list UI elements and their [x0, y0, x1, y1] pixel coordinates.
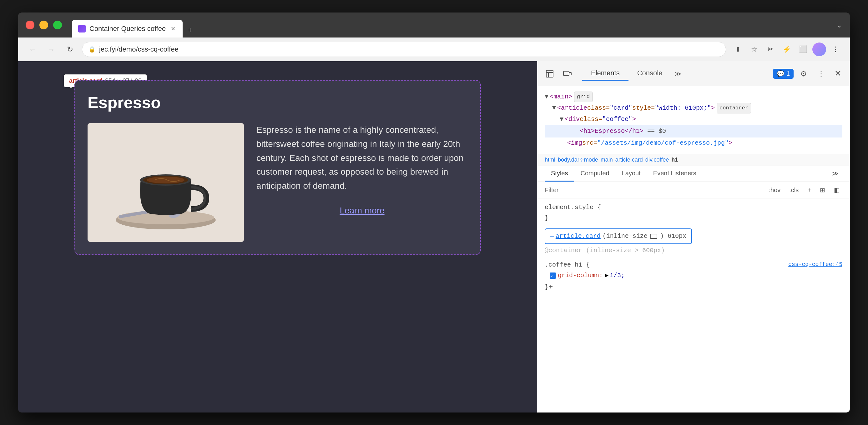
cast-button[interactable]: ⬜	[796, 42, 810, 56]
styles-tab-event-listeners[interactable]: Event Listeners	[647, 166, 703, 182]
avatar[interactable]	[812, 42, 826, 56]
tab-elements[interactable]: Elements	[582, 67, 628, 80]
active-tab[interactable]: Container Queries coffee ✕	[72, 20, 183, 37]
tag-img-open: <img	[567, 137, 582, 149]
cls-filter-button[interactable]: .cls	[787, 185, 801, 195]
styles-more-tabs[interactable]: ≫	[828, 166, 842, 182]
address-bar[interactable]: 🔒 jec.fyi/demo/css-cq-coffee	[82, 42, 726, 57]
devtools-settings-button[interactable]: ⚙	[796, 66, 811, 81]
device-toggle-button[interactable]	[560, 66, 575, 81]
container-query-rule[interactable]: → article.card (inline-size ) 610px	[545, 228, 692, 244]
attr-img-src-link[interactable]: "/assets/img/demo/cof-espresso.jpg"	[597, 137, 728, 149]
tag-main: <main>	[550, 91, 572, 102]
hov-filter-button[interactable]: :hov	[766, 185, 783, 195]
property-checkbox[interactable]	[550, 272, 556, 279]
add-property-button[interactable]: +	[549, 281, 553, 294]
tabs-area: Container Queries coffee ✕ +	[72, 12, 831, 37]
coffee-h1-rule: .coffee h1 { css-cq-coffee:45 grid-colum…	[545, 260, 842, 294]
dom-line-div[interactable]: ▼ <div class= "coffee" >	[545, 114, 842, 125]
cq-article-selector[interactable]: article.card	[556, 231, 601, 241]
cq-arrow-icon: →	[550, 232, 554, 241]
coffee-h1-property-line: grid-column: ▶ 1/3;	[545, 270, 842, 281]
breadcrumb-h1[interactable]: h1	[671, 157, 678, 163]
browser-window: Container Queries coffee ✕ + ⌄ ← → ↻ 🔒 j…	[18, 12, 850, 413]
close-traffic-light[interactable]	[26, 21, 34, 29]
address-text: jec.fyi/demo/css-cq-coffee	[99, 45, 719, 54]
reload-button[interactable]: ↻	[63, 42, 77, 56]
filter-input[interactable]	[545, 187, 762, 194]
inspect-styles-button[interactable]: ◧	[831, 185, 842, 195]
svg-rect-7	[546, 70, 553, 77]
card-title: Espresso	[88, 93, 468, 112]
badge-container: container	[717, 103, 751, 114]
tab-favicon	[78, 25, 86, 33]
minimize-traffic-light[interactable]	[39, 21, 48, 29]
forward-button[interactable]: →	[44, 42, 58, 56]
devtools-right-actions: 💬 1 ⚙ ⋮ ✕	[773, 66, 845, 81]
maximize-traffic-light[interactable]	[53, 21, 62, 29]
tag-article-open: <article	[557, 102, 587, 114]
dom-dollar-sign: == $0	[647, 128, 666, 135]
element-style-rule: element.style { }	[545, 202, 842, 223]
new-rule-button[interactable]: ⊞	[817, 185, 828, 195]
article-card: Espresso	[74, 80, 481, 255]
attr-class-name: class=	[587, 102, 610, 114]
new-tab-button[interactable]: +	[183, 23, 197, 37]
dom-line-article[interactable]: ▼ <article class= "card" style= "width: …	[545, 102, 842, 114]
traffic-lights	[26, 21, 62, 29]
styles-tab-computed[interactable]: Computed	[574, 166, 615, 182]
coffee-h1-selector: .coffee h1 {	[545, 261, 590, 268]
attr-class-val: "card"	[610, 102, 632, 114]
attr-style-name: style=	[632, 102, 655, 114]
svg-point-6	[147, 176, 184, 184]
share-button[interactable]: ⬆	[731, 42, 745, 56]
styles-tab-layout[interactable]: Layout	[616, 166, 647, 182]
bookmark-button[interactable]: ☆	[747, 42, 761, 56]
breadcrumb-div[interactable]: div.coffee	[645, 157, 669, 163]
extensions-button[interactable]: ⚡	[780, 42, 794, 56]
navigation-bar: ← → ↻ 🔒 jec.fyi/demo/css-cq-coffee ⬆ ☆ ✂…	[18, 37, 850, 61]
cq-value-text: ) 610px	[660, 231, 686, 241]
dom-line-img[interactable]: <img src= "/assets/img/demo/cof-espresso…	[545, 137, 842, 149]
css-source-link[interactable]: css-cq-coffee:45	[788, 260, 842, 269]
css-rules: element.style { } → article.card (inline…	[537, 198, 850, 413]
svg-rect-9	[569, 72, 571, 75]
devtools-more-tabs[interactable]: ≫	[671, 67, 685, 80]
dom-line-h1[interactable]: <h1>Espresso</h1> == $0	[545, 125, 842, 137]
element-style-selector: element.style {	[545, 202, 842, 213]
grid-column-expand[interactable]: ▶	[605, 270, 609, 281]
coffee-h1-close: } +	[545, 281, 842, 294]
learn-more-link[interactable]: Learn more	[256, 206, 468, 216]
dom-line-main[interactable]: ▼ <main> grid	[545, 91, 842, 102]
badge-grid: grid	[574, 92, 592, 102]
window-collapse-button[interactable]: ⌄	[836, 21, 842, 29]
tag-article-close: >	[711, 102, 715, 114]
devtools-close-button[interactable]: ✕	[831, 67, 845, 80]
attr-div-class-val: "coffee"	[602, 114, 632, 125]
back-button[interactable]: ←	[26, 42, 39, 56]
svg-rect-8	[563, 71, 569, 76]
tag-h1: <h1>Espresso</h1>	[580, 128, 644, 135]
tab-title: Container Queries coffee	[89, 25, 166, 33]
breadcrumb-article[interactable]: article.card	[615, 157, 643, 163]
add-rule-button[interactable]: +	[805, 185, 814, 195]
styles-tab-styles[interactable]: Styles	[545, 166, 574, 182]
cq-condition-text: (inline-size	[602, 231, 648, 241]
devtools-options-button[interactable]: ⋮	[814, 66, 829, 81]
main-content: article.card 654 × 374.83 Espresso	[18, 61, 850, 413]
more-options-button[interactable]: ⋮	[829, 42, 842, 56]
breadcrumb-body[interactable]: body.dark-mode	[558, 157, 598, 163]
tab-close-button[interactable]: ✕	[169, 25, 176, 32]
tag-div-close: >	[632, 114, 636, 125]
tab-console[interactable]: Console	[628, 67, 671, 80]
breadcrumb-html[interactable]: html	[545, 157, 555, 163]
tag-img-close: >	[728, 137, 732, 149]
breadcrumb-main[interactable]: main	[601, 157, 613, 163]
grid-column-property: grid-column:	[558, 270, 603, 281]
devtools-tabs: Elements Console ≫	[577, 67, 770, 80]
title-bar: Container Queries coffee ✕ + ⌄	[18, 12, 850, 37]
console-badge[interactable]: 💬 1	[773, 69, 794, 79]
cut-button[interactable]: ✂	[764, 42, 777, 56]
at-container-line: @container (inline-size > 600px)	[545, 245, 842, 256]
inspect-element-button[interactable]	[542, 66, 557, 81]
